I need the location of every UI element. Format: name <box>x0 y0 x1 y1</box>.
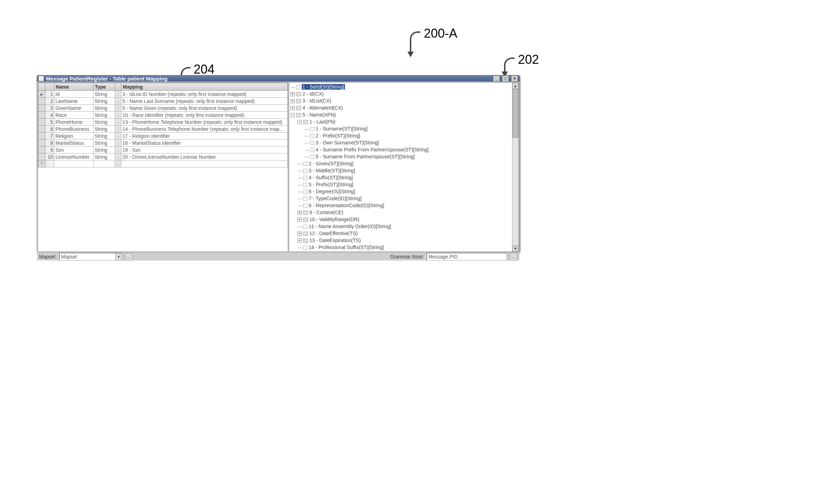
mapping-picker-button[interactable]: … <box>115 112 121 119</box>
cell-name[interactable]: Ssn <box>54 146 93 153</box>
cell-type[interactable]: String <box>93 98 115 105</box>
expand-icon[interactable]: + <box>298 232 302 236</box>
cell-mapping[interactable]: 10 - Race.Identifier (repeats: only firs… <box>121 112 288 119</box>
row-selector[interactable] <box>38 98 45 105</box>
table-row[interactable]: 4RaceString…10 - Race.Identifier (repeat… <box>38 112 288 119</box>
tree-node[interactable]: 1 - Last(FN) <box>309 119 336 125</box>
cell-mapping[interactable]: 17 - Religion.Identifier <box>121 133 288 140</box>
cell-name[interactable]: Id <box>54 91 93 98</box>
cell-type[interactable]: String <box>93 119 115 126</box>
row-selector[interactable] <box>38 126 45 133</box>
col-type[interactable]: Type <box>93 83 115 91</box>
mapping-picker-button[interactable]: … <box>115 133 121 140</box>
cell-mapping[interactable]: 3 - IdList.ID Number (repeats: only firs… <box>121 91 288 98</box>
mapping-picker-button[interactable]: … <box>115 98 121 105</box>
close-button[interactable]: × <box>511 75 518 82</box>
scroll-down-icon[interactable]: ▼ <box>512 245 518 251</box>
mapping-picker-button[interactable]: … <box>115 119 121 126</box>
table-row[interactable]: 6PhoneBusinessString…14 - PhoneBusiness.… <box>38 126 288 133</box>
cell-type[interactable] <box>93 160 115 167</box>
mapset-browse-button[interactable]: … <box>125 253 133 261</box>
tree-node[interactable]: 6 - Degree(IS)[String] <box>309 189 355 194</box>
row-selector[interactable] <box>38 112 45 119</box>
cell-name[interactable]: LastName <box>54 98 93 105</box>
tree-node[interactable]: 2 - Prefix(ST)[String] <box>316 133 360 138</box>
mapping-grid[interactable]: Name Type Mapping ▸1IdString…3 - IdList.… <box>38 82 288 252</box>
cell-name[interactable]: MaritalStatus <box>54 140 93 146</box>
cell-mapping[interactable]: 5 - Name.Given (repeats: only first inst… <box>121 105 288 112</box>
expand-icon[interactable]: + <box>298 211 302 215</box>
cell-name[interactable]: Race <box>54 112 93 119</box>
tree-node[interactable]: 3 - IdList(CX) <box>302 98 331 104</box>
tree-node[interactable]: 3 - Own Surname(ST)[String] <box>316 140 379 145</box>
tree-node[interactable]: 14 - Professional Suffix(ST)[String] <box>309 245 384 250</box>
grammar-root-field[interactable]: Message.PID <box>427 253 507 261</box>
tree-node[interactable]: 1 - Surname(ST)[String] <box>316 126 368 131</box>
cell-mapping[interactable]: 16 - MaritalStatus.Identifier <box>121 140 288 146</box>
grammar-root-browse-button[interactable]: … <box>510 253 517 261</box>
row-selector[interactable]: ▸ <box>38 91 45 98</box>
tree-node[interactable]: 9 - Context(CE) <box>309 210 343 215</box>
tree-node[interactable]: 7 - TypeCode(ID)[String] <box>309 196 361 201</box>
cell-name[interactable]: GivenName <box>54 105 93 112</box>
table-row[interactable]: *… <box>38 160 288 167</box>
cell-mapping[interactable]: 13 - PhoneHome.Telephone Number (repeats… <box>121 119 288 126</box>
expand-icon[interactable]: + <box>298 239 302 243</box>
mapping-picker-button[interactable]: … <box>115 146 121 153</box>
titlebar[interactable]: Message PatientRegister - Table patient … <box>37 75 519 82</box>
table-row[interactable]: 3GivenNameString…5 - Name.Given (repeats… <box>38 105 288 112</box>
table-row[interactable]: 8MaritalStatusString…16 - MaritalStatus.… <box>38 140 288 146</box>
tree-node[interactable]: 12 - DateEffective(TS) <box>309 231 358 236</box>
tree-node[interactable]: 4 - Suffix(ST)[String] <box>309 175 353 180</box>
cell-type[interactable]: String <box>93 112 115 119</box>
row-selector[interactable] <box>38 146 45 153</box>
cell-name[interactable]: Religion <box>54 133 93 140</box>
row-selector[interactable] <box>38 133 45 140</box>
chevron-down-icon[interactable]: ▼ <box>115 253 122 260</box>
collapse-icon[interactable]: − <box>291 113 295 117</box>
expand-icon[interactable]: + <box>291 99 295 103</box>
table-row[interactable]: 9SsnString…19 - Ssn <box>38 146 288 153</box>
schema-tree[interactable]: —1 - SetId(SI)[String] +2 - Id(CX) +3 - … <box>290 83 518 251</box>
table-row[interactable]: 7ReligionString…17 - Religion.Identifier <box>38 133 288 140</box>
tree-node[interactable]: 2 - Id(CX) <box>302 91 324 97</box>
tree-node[interactable]: 4 - AlternateId(CX) <box>302 105 343 111</box>
mapping-picker-button[interactable]: … <box>115 153 121 160</box>
table-row[interactable]: 5PhoneHomeString…13 - PhoneHome.Telephon… <box>38 119 288 126</box>
cell-mapping[interactable]: 19 - Ssn <box>121 146 288 153</box>
col-rownum[interactable] <box>45 83 54 91</box>
mapset-combo[interactable]: Mapset ▼ <box>59 253 122 261</box>
tree-node-selected[interactable]: 1 - SetId(SI)[String] <box>302 84 345 90</box>
tree-node[interactable]: 10 - ValidityRange(DR) <box>309 217 359 222</box>
mapping-picker-button[interactable]: … <box>115 160 121 167</box>
mapping-picker-button[interactable]: … <box>115 91 121 98</box>
cell-mapping[interactable]: 20 - DriverLicenseNumber.License Number <box>121 153 288 160</box>
tree-node[interactable]: 11 - Name Assembly Order(ID)[String] <box>309 224 391 229</box>
tree-node[interactable]: 2 - Given(ST)[String] <box>309 161 353 166</box>
tree-node[interactable]: 5 - Surname From Partner/spouse(ST)[Stri… <box>316 154 415 159</box>
row-selector[interactable] <box>38 105 45 112</box>
maximize-button[interactable]: □ <box>502 75 509 82</box>
cell-type[interactable]: String <box>93 153 115 160</box>
expand-icon[interactable]: + <box>298 218 302 222</box>
scroll-up-icon[interactable]: ▲ <box>512 83 518 89</box>
collapse-icon[interactable]: − <box>298 120 302 124</box>
cell-type[interactable]: String <box>93 133 115 140</box>
table-row[interactable]: 10LicenseNumberString…20 - DriverLicense… <box>38 153 288 160</box>
cell-type[interactable]: String <box>93 140 115 146</box>
cell-type[interactable]: String <box>93 91 115 98</box>
cell-name[interactable]: PhoneBusiness <box>54 126 93 133</box>
cell-name[interactable] <box>54 160 93 167</box>
mapping-picker-button[interactable]: … <box>115 140 121 146</box>
mapping-picker-button[interactable]: … <box>115 105 121 112</box>
tree-node[interactable]: 3 - Middle(ST)[String] <box>309 168 355 173</box>
tree-scrollbar[interactable]: ▲ ▼ <box>512 83 518 251</box>
table-row[interactable]: 2LastNameString…5 - Name.Last.Surname (r… <box>38 98 288 105</box>
tree-node[interactable]: 5 - Name(XPN) <box>302 112 336 118</box>
cell-mapping[interactable]: 14 - PhoneBusiness.Telephone Number (rep… <box>121 126 288 133</box>
cell-type[interactable]: String <box>93 105 115 112</box>
table-row[interactable]: ▸1IdString…3 - IdList.ID Number (repeats… <box>38 91 288 98</box>
tree-node[interactable]: 5 - Prefix(ST)[String] <box>309 182 353 187</box>
row-selector[interactable]: * <box>38 160 45 167</box>
scroll-thumb[interactable] <box>512 89 518 138</box>
